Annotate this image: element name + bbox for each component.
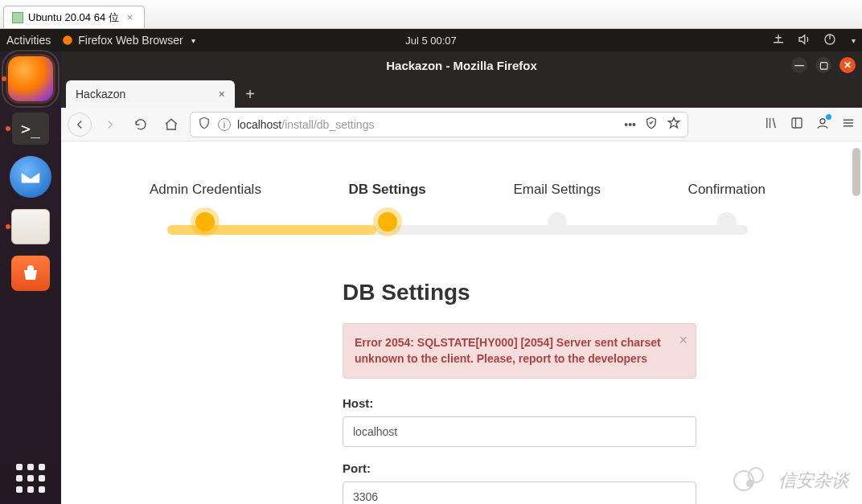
svg-rect-2 <box>792 118 802 128</box>
wizard-step-label: Email Settings <box>513 182 601 198</box>
firefox-account-icon[interactable] <box>815 116 830 133</box>
browser-tab-hackazon[interactable]: Hackazon × <box>66 80 235 108</box>
site-info-icon[interactable]: i <box>218 118 231 131</box>
port-label: Port: <box>343 461 696 475</box>
wizard-step-db-settings[interactable]: DB Settings <box>348 182 425 232</box>
tab-title: Hackazon <box>76 88 125 100</box>
reader-mode-icon[interactable] <box>644 116 659 133</box>
firefox-toolbar: i localhost/install/db_settings ••• <box>61 108 862 141</box>
error-alert-text: Error 2054: SQLSTATE[HY000] [2054] Serve… <box>355 336 661 365</box>
vm-tab-ubuntu[interactable]: Ubuntu 20.04 64 位 × <box>3 6 145 28</box>
page-content: Admin Credentials DB Settings Email Sett… <box>61 141 862 504</box>
tab-close-icon[interactable]: × <box>219 88 225 100</box>
clock[interactable]: Jul 5 00:07 <box>405 35 457 47</box>
activities-button[interactable]: Activities <box>6 34 51 47</box>
nav-reload-button[interactable] <box>129 113 153 137</box>
vm-tab-close-icon[interactable]: × <box>124 11 137 23</box>
bookmark-star-icon[interactable] <box>667 116 681 133</box>
page-heading: DB Settings <box>343 280 696 305</box>
alert-close-icon[interactable]: × <box>679 330 688 350</box>
active-app-indicator[interactable]: Firefox Web Browser ▾ <box>62 34 195 47</box>
svg-point-0 <box>63 35 72 45</box>
vm-host-tabbar: Ubuntu 20.04 64 位 × <box>0 0 862 29</box>
volume-icon[interactable] <box>797 32 811 49</box>
dock-software-store[interactable] <box>11 256 50 291</box>
dock-files[interactable] <box>11 209 50 244</box>
wizard-step-confirmation[interactable]: Confirmation <box>688 182 766 232</box>
wizard-dot-icon <box>195 212 215 232</box>
wizard-step-label: Confirmation <box>688 182 766 198</box>
dock-terminal[interactable]: >_ <box>12 113 49 145</box>
tracking-shield-icon[interactable] <box>197 116 211 133</box>
firefox-titlebar: Hackazon - Mozilla Firefox — ▢ ✕ <box>61 51 862 79</box>
dock-show-applications[interactable] <box>16 464 45 493</box>
install-wizard-steps: Admin Credentials DB Settings Email Sett… <box>150 182 766 232</box>
db-settings-form: DB Settings Error 2054: SQLSTATE[HY000] … <box>343 280 696 504</box>
new-tab-button[interactable]: + <box>238 82 262 106</box>
sidebar-icon[interactable] <box>790 116 804 133</box>
system-menu-caret-icon[interactable]: ▾ <box>852 36 856 45</box>
vm-tab-label: Ubuntu 20.04 64 位 <box>28 10 119 25</box>
hamburger-menu-icon[interactable] <box>841 116 856 133</box>
error-alert: Error 2054: SQLSTATE[HY000] [2054] Serve… <box>343 323 696 379</box>
nav-forward-button[interactable] <box>98 113 122 137</box>
dock-firefox[interactable] <box>8 56 53 101</box>
window-close-button[interactable]: ✕ <box>839 57 856 73</box>
firefox-small-icon <box>62 35 73 46</box>
power-icon[interactable] <box>823 32 837 49</box>
window-minimize-button[interactable]: — <box>791 57 807 73</box>
wizard-step-email-settings[interactable]: Email Settings <box>513 182 601 232</box>
library-icon[interactable] <box>764 116 778 133</box>
wizard-dot-icon <box>548 212 567 232</box>
page-scrollbar[interactable] <box>852 148 860 196</box>
wizard-dot-icon <box>378 212 397 232</box>
wizard-dot-icon <box>717 212 737 232</box>
port-input[interactable] <box>343 481 696 504</box>
gnome-top-bar: Activities Firefox Web Browser ▾ Jul 5 0… <box>0 29 862 51</box>
url-text: localhost/install/db_settings <box>237 118 374 131</box>
notification-dot-icon <box>826 114 831 120</box>
network-icon[interactable] <box>771 32 786 49</box>
chevron-down-icon: ▾ <box>191 36 195 45</box>
firefox-tabstrip: Hackazon × + <box>61 79 862 108</box>
address-bar[interactable]: i localhost/install/db_settings ••• <box>190 112 688 137</box>
dock-thunderbird[interactable] <box>10 156 51 198</box>
host-input[interactable] <box>343 416 696 447</box>
svg-point-3 <box>820 118 825 123</box>
firefox-window: Hackazon - Mozilla Firefox — ▢ ✕ Hackazo… <box>61 51 862 504</box>
window-title: Hackazon - Mozilla Firefox <box>386 59 537 72</box>
wizard-step-label: Admin Credentials <box>150 182 261 198</box>
wizard-step-label: DB Settings <box>348 182 425 198</box>
ubuntu-dock: >_ <box>0 51 61 504</box>
window-maximize-button[interactable]: ▢ <box>815 57 831 73</box>
nav-back-button[interactable] <box>68 113 92 137</box>
wizard-step-admin-credentials[interactable]: Admin Credentials <box>150 182 261 232</box>
active-app-label: Firefox Web Browser <box>78 34 183 47</box>
page-actions-icon[interactable]: ••• <box>624 118 636 131</box>
nav-home-button[interactable] <box>159 113 183 137</box>
host-label: Host: <box>343 396 696 410</box>
vm-icon <box>12 12 23 23</box>
